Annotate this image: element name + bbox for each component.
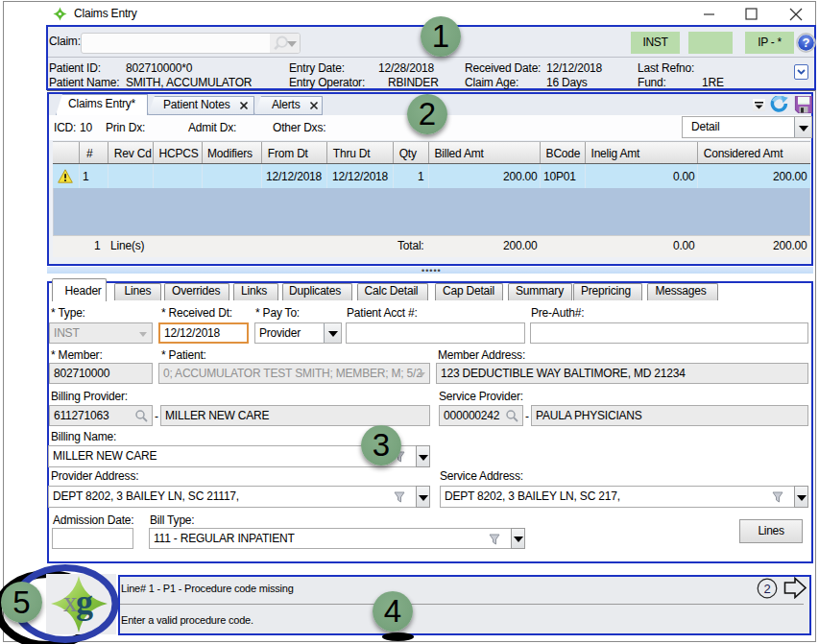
svg-text:?: ? bbox=[803, 36, 810, 50]
svg-text:2: 2 bbox=[763, 582, 770, 596]
svg-text:g: g bbox=[76, 583, 93, 621]
